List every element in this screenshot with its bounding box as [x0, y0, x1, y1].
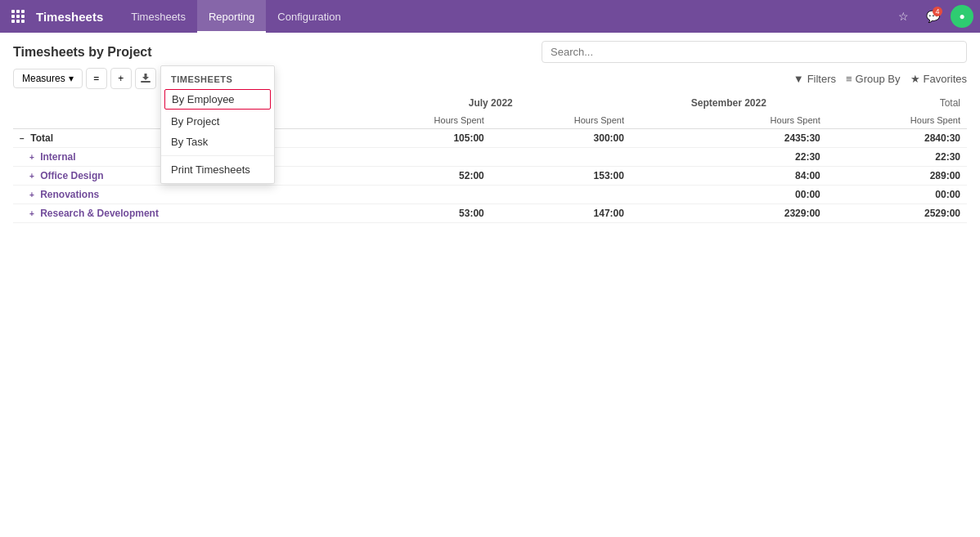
page-title: Timesheets by Project	[13, 45, 542, 60]
table-row: + Office Design 52:00 153:00 84:00 289:0…	[13, 167, 967, 186]
row-july: 52:00	[351, 167, 491, 186]
apps-icon[interactable]	[7, 5, 29, 28]
row-july	[351, 148, 491, 167]
nav-timesheets[interactable]: Timesheets	[119, 0, 197, 33]
group-by-button[interactable]: ≡ Group By	[846, 73, 901, 85]
table-row: − Total 105:00 300:00 2435:30 2840:30	[13, 129, 967, 148]
row-august: 147:00	[491, 204, 631, 223]
table-row: + Renovations 00:00 00:00	[13, 186, 967, 204]
row-september: 84:00	[631, 167, 827, 186]
timesheets-table: July 2022 September 2022 Total Hours Spe…	[13, 94, 967, 223]
table-row: + Research & Development 53:00 147:00 23…	[13, 204, 967, 223]
dropdown-by-task[interactable]: By Task	[161, 132, 274, 152]
top-navigation: Timesheets Timesheets Reporting Configur…	[0, 0, 980, 33]
row-september: 22:30	[631, 148, 827, 167]
dropdown-divider	[161, 155, 274, 156]
reporting-dropdown: Timesheets By Employee By Project By Tas…	[160, 65, 275, 184]
toolbar-row: Measures ▾ = + ▼ Filters ≡ Group By	[0, 63, 980, 94]
measures-button[interactable]: Measures ▾	[13, 69, 83, 88]
nav-configuration[interactable]: Configuration	[266, 0, 352, 33]
dropdown-print-timesheets[interactable]: Print Timesheets	[161, 159, 274, 180]
star-icon: ★	[910, 73, 920, 85]
filters-button[interactable]: ▼ Filters	[793, 73, 836, 85]
row-august	[491, 186, 631, 204]
row-september: 2329:00	[631, 204, 827, 223]
add-button[interactable]: +	[110, 68, 132, 89]
chevron-down-icon: ▾	[69, 73, 74, 84]
col-hours-1: Hours Spent	[351, 112, 491, 129]
table-area: July 2022 September 2022 Total Hours Spe…	[0, 94, 980, 223]
dropdown-by-project[interactable]: By Project	[161, 111, 274, 132]
svg-rect-3	[11, 15, 15, 18]
group-by-icon: ≡	[846, 73, 852, 85]
dropdown-section-label: Timesheets	[161, 69, 274, 87]
row-name: Office Design	[40, 170, 103, 181]
row-name: Research & Development	[40, 208, 159, 219]
dropdown-by-employee[interactable]: By Employee	[164, 89, 271, 110]
table-body: − Total 105:00 300:00 2435:30 2840:30 + …	[13, 129, 967, 223]
svg-rect-9	[141, 81, 151, 83]
expand-icon[interactable]: +	[29, 190, 34, 199]
chat-icon-btn[interactable]: 💬 4	[921, 5, 944, 28]
row-july: 53:00	[351, 204, 491, 223]
row-total: 289:00	[827, 167, 967, 186]
row-total: 00:00	[827, 186, 967, 204]
svg-rect-2	[21, 10, 25, 13]
user-avatar[interactable]: ●	[951, 5, 973, 28]
col-september-header: September 2022	[631, 94, 827, 112]
expand-icon[interactable]: +	[29, 172, 34, 181]
page-content: Timesheets By Employee By Project By Tas…	[0, 33, 980, 537]
svg-rect-1	[16, 10, 20, 13]
download-button[interactable]	[135, 68, 156, 89]
filter-controls: ▼ Filters ≡ Group By ★ Favorites	[793, 73, 967, 85]
svg-rect-7	[16, 20, 20, 23]
expand-icon[interactable]: −	[20, 134, 25, 143]
nav-reporting[interactable]: Reporting	[197, 0, 266, 33]
row-name-cell: + Renovations	[13, 186, 351, 204]
row-august: 300:00	[491, 129, 631, 148]
svg-rect-4	[16, 15, 20, 18]
svg-rect-0	[11, 10, 15, 13]
page-header: Timesheets by Project	[0, 33, 980, 63]
row-total: 22:30	[827, 148, 967, 167]
col-july-header: July 2022	[351, 94, 631, 112]
svg-rect-6	[11, 20, 15, 23]
col-hours-total: Hours Spent	[827, 112, 967, 129]
row-september: 2435:30	[631, 129, 827, 148]
row-name: Total	[30, 132, 53, 144]
filter-icon: ▼	[793, 73, 804, 85]
col-hours-3: Hours Spent	[631, 112, 827, 129]
search-container	[542, 41, 967, 63]
svg-rect-5	[21, 15, 25, 18]
search-input[interactable]	[542, 41, 967, 63]
nav-right: ☆ 💬 4 ●	[892, 5, 973, 28]
row-total: 2529:00	[827, 204, 967, 223]
star-icon-btn[interactable]: ☆	[892, 5, 915, 28]
table-row: + Internal 22:30 22:30	[13, 148, 967, 167]
app-title: Timesheets	[36, 10, 103, 24]
row-name: Internal	[40, 151, 75, 163]
row-july: 105:00	[351, 129, 491, 148]
col-total-header: Total	[827, 94, 967, 112]
row-august	[491, 148, 631, 167]
row-total: 2840:30	[827, 129, 967, 148]
favorites-button[interactable]: ★ Favorites	[910, 73, 967, 85]
row-august: 153:00	[491, 167, 631, 186]
svg-rect-8	[21, 20, 25, 23]
expand-icon[interactable]: +	[29, 153, 34, 162]
row-july	[351, 186, 491, 204]
row-september: 00:00	[631, 186, 827, 204]
row-name: Renovations	[40, 189, 99, 200]
expand-icon[interactable]: +	[29, 209, 34, 218]
view-list-button[interactable]: =	[86, 68, 107, 89]
col-hours-2: Hours Spent	[491, 112, 631, 129]
nav-items: Timesheets Reporting Configuration	[119, 0, 892, 33]
row-name-cell: + Research & Development	[13, 204, 351, 223]
toolbar: Measures ▾ = +	[13, 68, 793, 89]
chat-badge: 4	[933, 7, 942, 16]
